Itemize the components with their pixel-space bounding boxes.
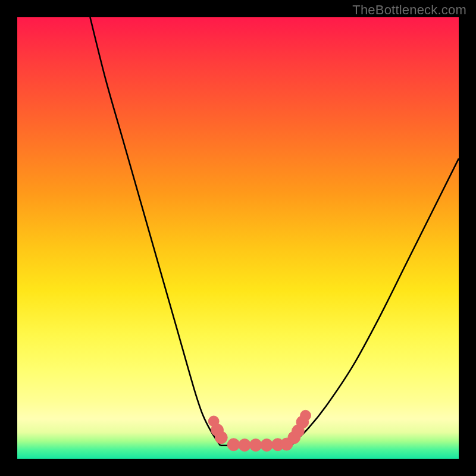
- data-marker: [249, 439, 262, 452]
- watermark-text: TheBottleneck.com: [352, 2, 466, 18]
- data-marker: [239, 439, 251, 452]
- curve-overlay: [17, 17, 459, 459]
- chart-frame: [17, 17, 459, 459]
- data-marker: [300, 410, 311, 421]
- data-marker: [215, 431, 227, 444]
- curve-right-curve: [291, 158, 459, 445]
- data-marker: [227, 439, 240, 451]
- curve-left-curve: [90, 17, 220, 446]
- data-marker: [261, 439, 273, 452]
